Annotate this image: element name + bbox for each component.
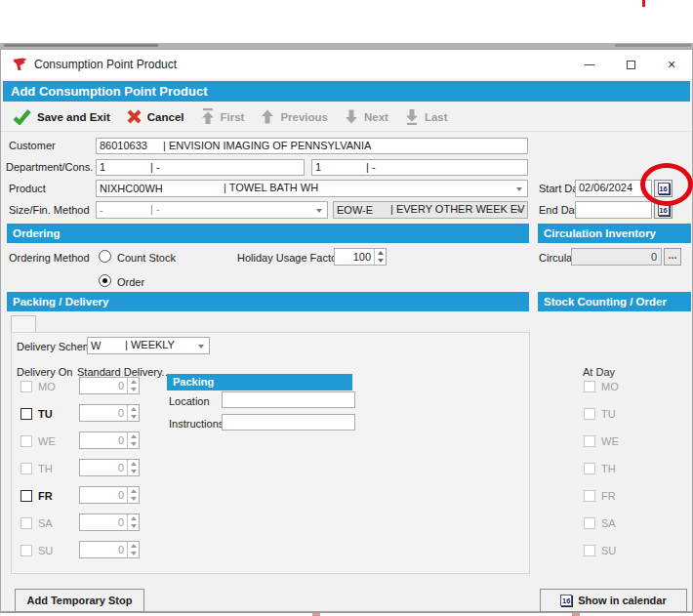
instructions-label: Instructions bbox=[169, 416, 224, 432]
stock-counting-section-header: Stock Counting / Order bbox=[538, 292, 691, 311]
spin-up-icon[interactable] bbox=[375, 249, 386, 257]
add-temporary-stop-button[interactable]: Add Temporary Stop bbox=[15, 589, 144, 612]
delivery-day-label-su: SU bbox=[38, 544, 53, 557]
size-fin-combobox[interactable]: - | - bbox=[96, 201, 328, 219]
ordering-section-header: Ordering bbox=[7, 224, 529, 243]
delivery-day-checkbox-fr[interactable] bbox=[20, 490, 32, 502]
spin-down-icon[interactable] bbox=[375, 257, 386, 265]
department-code-2: 1 bbox=[315, 161, 321, 173]
close-icon: × bbox=[668, 58, 675, 71]
location-field[interactable] bbox=[222, 391, 355, 408]
customer-desc: | ENVISION IMAGING OF PENNSYLVANIA bbox=[163, 139, 371, 153]
background-window-text-blur-right bbox=[615, 44, 691, 47]
product-combobox[interactable]: NIXHC00WH | TOWEL BATH WH bbox=[96, 180, 528, 197]
save-and-exit-button[interactable]: Save and Exit bbox=[13, 108, 110, 125]
department-field-2[interactable]: 1 | - bbox=[311, 159, 528, 176]
delivery-day-label-we: WE bbox=[38, 434, 56, 448]
delivery-qty-value-tu: 0 bbox=[118, 406, 124, 421]
at-day-label-tu: TU bbox=[601, 407, 616, 421]
annotation-highlight-circle bbox=[640, 163, 693, 206]
app-logo-icon bbox=[13, 58, 27, 73]
count-stock-label: Count Stock bbox=[117, 250, 176, 267]
screenshot-root: Consumption Point Product × Add Consumpt… bbox=[0, 0, 693, 616]
customer-field[interactable]: 86010633 | ENVISION IMAGING OF PENNSYLVA… bbox=[96, 138, 528, 154]
last-button[interactable]: Last bbox=[404, 108, 448, 125]
check-icon bbox=[13, 108, 32, 125]
spin-buttons[interactable] bbox=[127, 487, 139, 503]
packing-section-header: Packing bbox=[167, 374, 352, 390]
spin-up-icon[interactable] bbox=[128, 405, 139, 413]
delivery-day-checkbox-we bbox=[20, 435, 32, 447]
background-window-text-blur-left bbox=[4, 44, 158, 47]
previous-button[interactable]: Previous bbox=[260, 108, 328, 125]
customer-label: Customer bbox=[9, 138, 56, 154]
at-day-checkbox-we bbox=[584, 435, 595, 447]
count-stock-radio[interactable] bbox=[99, 250, 111, 263]
spin-buttons bbox=[127, 460, 139, 475]
save-and-exit-label: Save and Exit bbox=[37, 111, 110, 123]
size-fin-code: - bbox=[100, 204, 103, 216]
minimize-button[interactable] bbox=[579, 55, 600, 74]
cancel-button[interactable]: Cancel bbox=[126, 108, 184, 125]
holiday-usage-value: 100 bbox=[353, 250, 371, 265]
at-day-checkbox-mo bbox=[584, 381, 595, 392]
at-day-label-th: TH bbox=[601, 462, 616, 475]
size-fin-label: Size/Fin. Method bbox=[9, 202, 90, 219]
at-day-label-fr: FR bbox=[601, 489, 616, 503]
delivery-qty-spinner-fr[interactable]: 0 bbox=[79, 486, 140, 504]
circulating-more-button[interactable]: ... bbox=[664, 248, 681, 266]
spin-buttons bbox=[127, 378, 139, 393]
delivery-qty-value-th: 0 bbox=[118, 461, 124, 475]
delivery-day-label-tu: TU bbox=[38, 407, 53, 421]
at-day-checkbox-th bbox=[584, 463, 595, 474]
end-date-field[interactable] bbox=[575, 201, 652, 219]
delivery-qty-spinner-tu[interactable]: 0 bbox=[79, 404, 140, 422]
holiday-usage-spinner[interactable]: 100 bbox=[334, 248, 387, 266]
delivery-day-checkbox-su bbox=[20, 545, 32, 556]
ordering-method-label: Ordering Method bbox=[9, 250, 90, 267]
frequency-combobox[interactable]: EOW-E | EVERY OTHER WEEK EV bbox=[333, 201, 528, 219]
show-in-calendar-button[interactable]: 16 Show in calendar bbox=[540, 589, 687, 612]
order-radio[interactable] bbox=[99, 274, 111, 287]
spin-buttons[interactable] bbox=[127, 405, 139, 421]
department-field-1[interactable]: 1 | - bbox=[96, 159, 305, 176]
spin-up-icon bbox=[128, 378, 139, 386]
delivery-scheme-combobox[interactable]: W | WEEKLY bbox=[87, 337, 210, 354]
spin-down-icon[interactable] bbox=[128, 495, 139, 503]
order-label: Order bbox=[117, 274, 144, 291]
product-desc: | TOWEL BATH WH bbox=[224, 181, 318, 195]
circulating-field: 0 bbox=[571, 248, 662, 266]
x-icon bbox=[126, 108, 143, 125]
product-code: NIXHC00WH bbox=[100, 183, 163, 194]
maximize-button[interactable] bbox=[620, 55, 641, 74]
next-arrow-icon bbox=[344, 108, 359, 125]
first-button[interactable]: First bbox=[200, 108, 245, 125]
packing-delivery-tab[interactable] bbox=[11, 315, 36, 333]
close-button[interactable]: × bbox=[661, 55, 682, 74]
department-desc-1: | - bbox=[150, 160, 160, 175]
delivery-scheme-label: Delivery Scheme bbox=[17, 339, 98, 355]
at-day-label-su: SU bbox=[601, 544, 616, 557]
delivery-day-label-mo: MO bbox=[38, 380, 56, 393]
spin-up-icon[interactable] bbox=[128, 487, 139, 495]
packing-delivery-section-header: Packing / Delivery bbox=[7, 292, 529, 311]
next-button[interactable]: Next bbox=[344, 108, 388, 125]
spin-down-icon[interactable] bbox=[128, 413, 139, 421]
holiday-spin-buttons[interactable] bbox=[374, 249, 386, 265]
red-artifact-top bbox=[642, 0, 645, 7]
instructions-field[interactable] bbox=[222, 414, 355, 431]
circulation-section-header: Circulation Inventory bbox=[538, 224, 691, 243]
cancel-label: Cancel bbox=[147, 111, 184, 123]
delivery-qty-value-mo: 0 bbox=[118, 379, 124, 393]
at-day-checkbox-fr bbox=[584, 490, 595, 502]
previous-arrow-icon bbox=[260, 108, 275, 125]
delivery-day-checkbox-tu[interactable] bbox=[20, 408, 32, 420]
spin-buttons bbox=[127, 514, 139, 530]
product-label: Product bbox=[9, 181, 46, 197]
page-title: Add Consumption Point Product bbox=[3, 81, 690, 102]
delivery-qty-spinner-su: 0 bbox=[79, 541, 140, 558]
delivery-qty-spinner-mo: 0 bbox=[79, 377, 140, 394]
delivery-on-label: Delivery On bbox=[17, 364, 72, 381]
previous-label: Previous bbox=[280, 111, 328, 123]
delivery-day-label-fr: FR bbox=[38, 489, 53, 503]
